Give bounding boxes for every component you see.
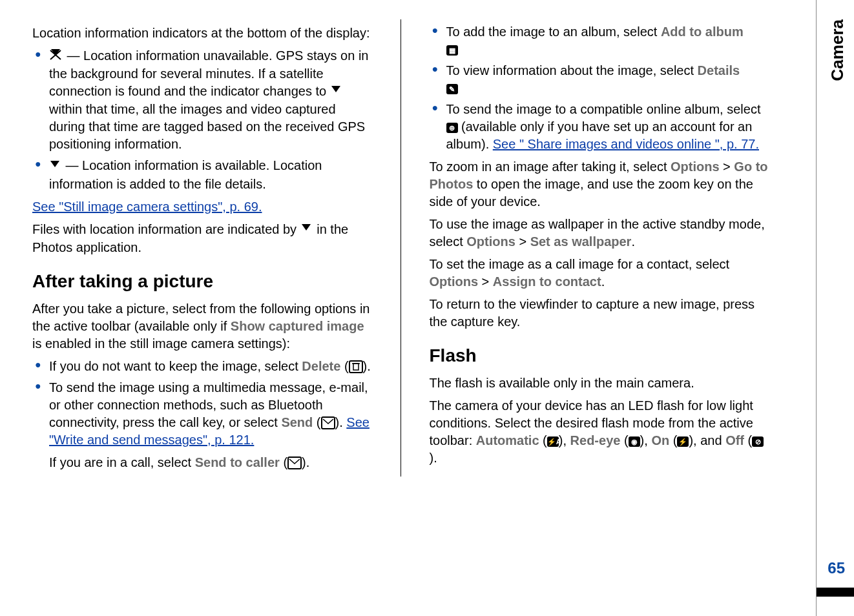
label-flash-on: On <box>651 433 669 447</box>
flash-off-icon: ⊘ <box>752 436 764 447</box>
right-column: To add the image to an album, select Add… <box>430 19 769 477</box>
album-icon: ▦ <box>446 45 458 56</box>
return-para: To return to the viewfinder to capture a… <box>430 296 769 331</box>
thumb-tab <box>817 588 854 597</box>
label-show-captured: Show captured image <box>231 319 364 333</box>
label-send-caller: Send to caller <box>195 455 280 469</box>
label-add-album: Add to album <box>661 25 744 39</box>
bullet-delete: If you do not want to keep the image, se… <box>32 358 372 375</box>
envelope-icon <box>287 457 302 469</box>
label-flash-off: Off <box>725 433 744 447</box>
link-camera-settings[interactable]: See "Still image camera settings", p. 69… <box>32 200 262 214</box>
svg-rect-2 <box>353 364 359 370</box>
after-intro: After you take a picture, select from th… <box>32 300 372 353</box>
heading-flash: Flash <box>430 344 769 368</box>
bullet-location-available: — Location information is available. Loc… <box>32 157 372 192</box>
flash-p2: The camera of your device has an LED fla… <box>430 397 769 467</box>
globe-icon: ⊕ <box>446 123 458 133</box>
bullet-add-album: To add the image to an album, select Add… <box>430 23 769 58</box>
bullet-send: To send the image using a multimedia mes… <box>32 379 372 471</box>
gps-available-icon <box>330 83 343 101</box>
label-assign-contact: Assign to contact <box>493 274 601 289</box>
trash-icon <box>349 360 363 373</box>
section-label: Camera <box>828 19 848 81</box>
label-set-wallpaper: Set as wallpaper <box>530 234 632 249</box>
page-number: 65 <box>828 559 845 577</box>
heading-after-picture: After taking a picture <box>32 269 372 294</box>
gps-unavailable-icon <box>49 48 63 65</box>
label-details: Details <box>698 63 740 77</box>
flash-redeye-icon: ◉ <box>629 436 640 447</box>
bullet-online-album: To send the image to a compatible online… <box>430 101 769 153</box>
flash-on-icon: ⚡ <box>677 436 689 447</box>
envelope-icon <box>321 416 335 429</box>
details-icon: ✎ <box>446 84 458 94</box>
label-delete: Delete <box>302 359 340 373</box>
page-body: Location information indicators at the b… <box>0 0 782 496</box>
label-flash-auto: Automatic <box>476 433 539 447</box>
flash-auto-icon: ⚡A <box>547 436 559 447</box>
label-options: Options <box>671 159 720 174</box>
left-column: Location information indicators at the b… <box>32 19 372 477</box>
location-intro: Location information indicators at the b… <box>32 25 372 42</box>
label-options: Options <box>430 274 479 289</box>
location-file-icon <box>300 221 313 239</box>
wallpaper-para: To use the image as wallpaper in the act… <box>430 216 769 251</box>
label-flash-redeye: Red-eye <box>570 433 621 447</box>
bullet-location-unavailable: — Location information unavailable. GPS … <box>32 47 372 153</box>
files-indicated: Files with location information are indi… <box>32 221 372 256</box>
column-divider <box>401 19 401 477</box>
link-share-online[interactable]: See " Share images and videos online ", … <box>493 137 759 151</box>
bullet-details: To view information about the image, sel… <box>430 62 769 97</box>
sidebar: Camera 65 <box>816 0 854 616</box>
send-to-caller: If you are in a call, select Send to cal… <box>49 454 372 471</box>
label-options: Options <box>466 234 516 249</box>
zoom-para: To zoom in an image after taking it, sel… <box>430 158 769 210</box>
assign-contact-para: To set the image as a call image for a c… <box>430 256 769 291</box>
flash-p1: The flash is available only in the main … <box>430 375 769 392</box>
label-send: Send <box>281 415 313 429</box>
gps-available-icon <box>49 158 62 176</box>
